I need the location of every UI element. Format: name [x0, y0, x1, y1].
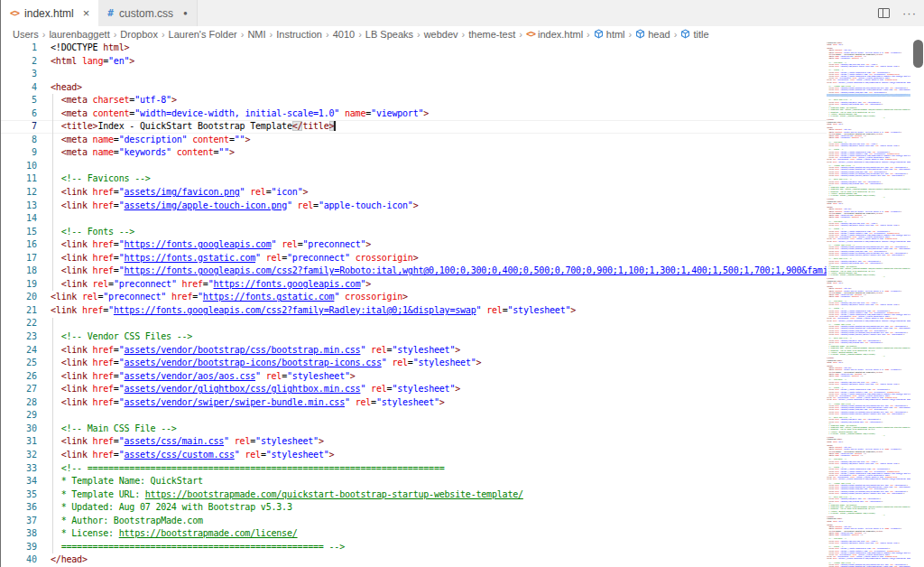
code-area[interactable]: <!DOCTYPE html><html lang="en"><head> <m…	[51, 42, 827, 567]
breadcrumb-item-instruction[interactable]: Instruction	[276, 29, 322, 40]
close-icon[interactable]: ×	[83, 7, 90, 19]
code-line[interactable]: <meta content="width=device-width, initi…	[51, 107, 827, 121]
line-number[interactable]: 33	[1, 462, 37, 476]
line-number[interactable]: 7	[1, 120, 37, 134]
line-number[interactable]: 17	[1, 252, 37, 265]
line-number[interactable]: 21	[1, 304, 37, 318]
more-actions-icon[interactable]: ···	[902, 9, 917, 18]
code-line[interactable]: * Author: BootstrapMade.com	[51, 515, 827, 528]
line-number[interactable]: 13	[1, 200, 37, 213]
line-number[interactable]: 15	[1, 226, 37, 239]
breadcrumb-item-lauren-s-folder[interactable]: Lauren's Folder	[169, 29, 237, 40]
breadcrumb-item-index-html[interactable]: <>index.html	[526, 29, 583, 40]
line-number[interactable]: 22	[1, 317, 37, 330]
breadcrumb-item-webdev[interactable]: webdev	[424, 29, 458, 40]
line-number[interactable]: 20	[1, 291, 37, 304]
breadcrumb-item-lb-speaks[interactable]: LB Speaks	[365, 29, 413, 40]
line-number[interactable]: 35	[1, 488, 37, 502]
breadcrumb-item-title[interactable]: title	[680, 29, 708, 40]
code-line[interactable]: <link href="assets/css/main.css" rel="st…	[51, 435, 827, 449]
minimap[interactable]: <!DOCTYPE html><html lang="en"><head> <m…	[827, 42, 910, 567]
line-number[interactable]: 18	[1, 265, 37, 278]
line-number[interactable]: 25	[1, 357, 37, 370]
code-line[interactable]: <meta charset="utf-8">	[51, 94, 827, 107]
line-number[interactable]: 36	[1, 501, 37, 515]
breadcrumb-item-head[interactable]: head	[635, 29, 670, 40]
code-line[interactable]: <!-- Favicons -->	[51, 172, 827, 186]
code-line[interactable]: <!-- Main CSS File -->	[51, 423, 827, 436]
code-line[interactable]: * License: https://bootstrapmade.com/lic…	[51, 527, 827, 541]
code-line[interactable]: <link href="assets/css/custom.css" rel="…	[51, 449, 827, 462]
line-number[interactable]: 2	[1, 55, 37, 69]
tab-index-html[interactable]: <>index.html×	[1, 0, 98, 26]
code-line[interactable]: <link href="https://fonts.googleapis.com…	[51, 238, 827, 252]
line-number[interactable]: 6	[1, 107, 37, 121]
split-editor-icon[interactable]	[878, 8, 890, 18]
breadcrumb-item-nmi[interactable]: NMI	[247, 29, 265, 40]
line-number[interactable]: 5	[1, 94, 37, 107]
code-line[interactable]: <link href="assets/vendor/aos/aos.css" r…	[51, 370, 827, 384]
line-number[interactable]: 8	[1, 134, 37, 147]
code-line[interactable]: <title>Index - QuickStart Bootstrap Temp…	[51, 120, 827, 134]
line-number[interactable]: 3	[1, 68, 37, 81]
line-number[interactable]: 12	[1, 186, 37, 200]
tab-custom-css[interactable]: #custom.css●	[98, 0, 197, 26]
line-number[interactable]: 28	[1, 396, 37, 410]
line-number[interactable]: 29	[1, 409, 37, 423]
line-number[interactable]: 14	[1, 212, 37, 226]
line-number[interactable]: 39	[1, 541, 37, 554]
line-number[interactable]: 27	[1, 383, 37, 396]
code-line[interactable]	[51, 160, 827, 173]
line-number[interactable]: 34	[1, 475, 37, 488]
code-line[interactable]: <link href="assets/img/favicon.png" rel=…	[51, 186, 827, 200]
breadcrumb-item-theme-test[interactable]: theme-test	[468, 29, 515, 40]
code-line[interactable]: <head>	[51, 81, 827, 95]
line-number-gutter[interactable]: 1234567891011121314151617181920212223242…	[1, 42, 37, 567]
code-line[interactable]: <link href="assets/vendor/swiper/swiper-…	[51, 396, 827, 410]
line-number[interactable]: 31	[1, 435, 37, 449]
line-number[interactable]: 30	[1, 423, 37, 436]
code-line[interactable]: <meta name="keywords" content="">	[51, 146, 827, 160]
code-line[interactable]: <link href="https://fonts.gstatic.com" r…	[51, 252, 827, 265]
line-number[interactable]: 38	[1, 527, 37, 541]
code-line[interactable]: ========================================…	[51, 541, 827, 554]
line-number[interactable]: 19	[1, 278, 37, 292]
code-line[interactable]: <!DOCTYPE html>	[51, 42, 827, 55]
line-number[interactable]: 40	[1, 553, 37, 567]
code-line[interactable]: <meta name="description" content="">	[51, 134, 827, 147]
code-line[interactable]: </head>	[51, 553, 827, 567]
code-line[interactable]: <link href="assets/vendor/glightbox/css/…	[51, 383, 827, 396]
breadcrumb-item-dropbox[interactable]: Dropbox	[120, 29, 158, 40]
code-line[interactable]	[51, 409, 827, 423]
code-line[interactable]	[51, 212, 827, 226]
breadcrumb-item-html[interactable]: html	[594, 29, 625, 40]
code-line[interactable]: <link href="assets/vendor/bootstrap/css/…	[51, 344, 827, 358]
code-line[interactable]: <link rel="preconnect" href="https://fon…	[51, 278, 827, 292]
line-number[interactable]: 24	[1, 344, 37, 358]
line-number[interactable]: 32	[1, 449, 37, 462]
code-line[interactable]: <!-- Vendor CSS Files -->	[51, 330, 827, 344]
code-line[interactable]: * Template Name: QuickStart	[51, 475, 827, 488]
editor-pane[interactable]: 1234567891011121314151617181920212223242…	[1, 42, 827, 567]
line-number[interactable]: 16	[1, 238, 37, 252]
code-line[interactable]	[51, 317, 827, 330]
code-line[interactable]: <link rel="preconnect" href="https://fon…	[51, 291, 827, 304]
scrollbar[interactable]	[910, 42, 924, 567]
scrollbar-thumb[interactable]	[913, 40, 923, 68]
code-line[interactable]: * Template URL: https://bootstrapmade.co…	[51, 488, 827, 502]
code-line[interactable]: <link href="https://fonts.googleapis.com…	[51, 304, 827, 318]
line-number[interactable]: 26	[1, 370, 37, 384]
code-line[interactable]: <link href="https://fonts.googleapis.com…	[51, 265, 827, 278]
code-line[interactable]	[51, 68, 827, 81]
code-line[interactable]: <!-- Fonts -->	[51, 226, 827, 239]
code-line[interactable]: <link href="assets/vendor/bootstrap-icon…	[51, 357, 827, 370]
breadcrumb-item-users[interactable]: Users	[13, 29, 39, 40]
line-number[interactable]: 4	[1, 81, 37, 95]
line-number[interactable]: 37	[1, 515, 37, 528]
code-line[interactable]: <html lang="en">	[51, 55, 827, 69]
line-number[interactable]: 23	[1, 330, 37, 344]
code-line[interactable]: <link href="assets/img/apple-touch-icon.…	[51, 200, 827, 213]
line-number[interactable]: 1	[1, 42, 37, 55]
breadcrumb-item-4010[interactable]: 4010	[333, 29, 355, 40]
code-line[interactable]: * Updated: Aug 07 2024 with Bootstrap v5…	[51, 501, 827, 515]
